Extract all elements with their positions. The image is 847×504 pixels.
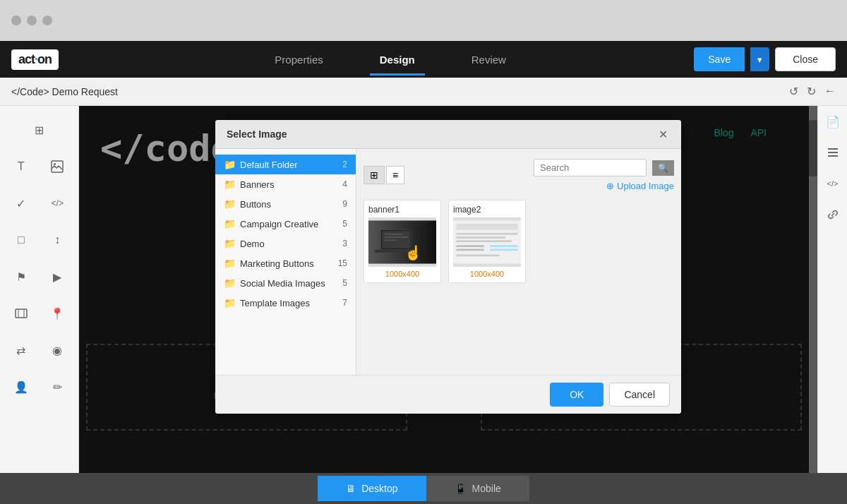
chrome-dot-green	[42, 16, 52, 25]
search-input[interactable]	[534, 159, 647, 176]
image-sidebar-icon[interactable]	[44, 154, 70, 179]
top-nav: act·on Properties Design Review Save ▾ C…	[0, 41, 847, 78]
svg-point-1	[54, 163, 56, 165]
sidebar-row-7: ⇄ ◉	[0, 332, 78, 368]
folder-banners[interactable]: 📁 Banners 4	[215, 174, 356, 194]
person-icon[interactable]: 👤	[8, 374, 34, 400]
edit-icon[interactable]: ✏	[44, 374, 70, 400]
view-toggle: ⊞ ≡	[364, 166, 404, 184]
folder-marketing[interactable]: 📁 Marketing Buttons 15	[215, 253, 356, 273]
breadcrumb-bar: </Code> Demo Request ↺ ↻ ←	[0, 78, 847, 106]
content-area: </code> Blog API ⬇ Drop Blocks Here ⬇ Dr…	[79, 106, 817, 473]
folder-default-count: 2	[342, 160, 347, 169]
svg-rect-13	[456, 224, 517, 230]
image-item-image2[interactable]: image2	[448, 200, 526, 283]
search-button[interactable]: 🔍	[652, 160, 674, 176]
svg-rect-23	[828, 152, 838, 153]
mobile-view-button[interactable]: 📱 Mobile	[426, 476, 529, 501]
image-item-banner1[interactable]: banner1	[364, 200, 441, 283]
save-dropdown-button[interactable]: ▾	[750, 47, 769, 71]
desktop-view-button[interactable]: 🖥 Desktop	[318, 476, 426, 501]
checkbox-icon[interactable]: ✓	[8, 191, 34, 216]
folder-template[interactable]: 📁 Template Images 7	[215, 293, 356, 313]
left-sidebar: ⊞ T ✓ </> □ ↕ ⚑ ▶ 📍 ⇄ ◉	[0, 106, 79, 473]
image-grid: banner1	[364, 200, 674, 283]
sidebar-row-4: □ ↕	[0, 222, 78, 258]
save-button[interactable]: Save	[694, 47, 745, 71]
folder-campaign[interactable]: 📁 Campaign Creative 5	[215, 214, 356, 234]
svg-rect-16	[456, 240, 512, 242]
tab-properties[interactable]: Properties	[246, 44, 351, 76]
back-icon[interactable]: ←	[824, 85, 836, 98]
folder-default-label: Default Folder	[240, 160, 298, 170]
sidebar-row-8: 👤 ✏	[0, 368, 78, 405]
tab-review[interactable]: Review	[443, 44, 534, 76]
folder-demo-icon: 📁	[224, 238, 236, 249]
folder-buttons-count: 9	[342, 199, 347, 209]
modal-footer: OK Cancel	[215, 375, 681, 414]
modal-toolbar: ⊞ ≡ 🔍 ⊕ Upload Image	[364, 156, 674, 194]
desktop-icon: 🖥	[346, 483, 356, 494]
modal-body: 📁 Default Folder 2 📁 Banners 4 📁 Buttons	[215, 149, 681, 375]
svg-rect-24	[828, 155, 838, 157]
right-sidebar: 📄 </>	[817, 106, 847, 473]
folder-campaign-label: Campaign Creative	[240, 219, 318, 229]
folder-template-count: 7	[342, 298, 347, 308]
folder-demo[interactable]: 📁 Demo 3	[215, 234, 356, 253]
folder-default-icon: 📁	[224, 159, 236, 170]
page-properties-icon[interactable]: 📄	[823, 112, 843, 131]
block-icon[interactable]: □	[8, 227, 34, 253]
move-icon[interactable]: ↕	[44, 227, 70, 253]
rss-icon[interactable]: ◉	[44, 337, 70, 363]
folder-buttons-label: Buttons	[240, 199, 271, 210]
svg-rect-15	[456, 236, 505, 239]
close-button[interactable]: Close	[775, 47, 836, 71]
breadcrumb-actions: ↺ ↻ ←	[789, 85, 836, 98]
folder-social-label: Social Media Images	[240, 278, 325, 289]
folder-marketing-count: 15	[338, 258, 347, 268]
sidebar-row-6: 📍	[0, 295, 78, 332]
list-view-button[interactable]: ≡	[386, 166, 404, 184]
folder-banners-label: Banners	[240, 179, 274, 190]
video-icon[interactable]: ▶	[44, 264, 70, 289]
layout-icon[interactable]: ⊞	[27, 117, 52, 143]
svg-rect-20	[490, 249, 517, 251]
link-manager-icon[interactable]	[823, 205, 843, 224]
folder-banners-icon: 📁	[224, 179, 236, 190]
sidebar-row-2: T	[0, 148, 78, 185]
nav-tabs: Properties Design Review	[87, 44, 694, 76]
folder-buttons[interactable]: 📁 Buttons 9	[215, 194, 356, 214]
chrome-dot-yellow	[27, 16, 37, 25]
text-icon[interactable]: T	[8, 154, 34, 179]
search-area: 🔍	[534, 159, 674, 176]
image-size-banner1: 1000x400	[368, 270, 436, 278]
styles-icon[interactable]	[823, 143, 843, 162]
svg-rect-2	[16, 309, 27, 318]
pin-icon[interactable]: 📍	[44, 301, 70, 326]
window-chrome	[0, 0, 847, 41]
code-view-icon[interactable]: </>	[823, 174, 843, 193]
undo-icon[interactable]: ↺	[789, 85, 798, 98]
share-icon[interactable]: ⇄	[8, 337, 34, 363]
image-thumbnail-banner1: ☝	[368, 217, 436, 267]
folder-campaign-count: 5	[342, 219, 347, 229]
grid-view-button[interactable]: ⊞	[364, 166, 385, 184]
film-icon[interactable]	[8, 301, 34, 326]
modal-cancel-button[interactable]: Cancel	[609, 383, 670, 407]
folder-social[interactable]: 📁 Social Media Images 5	[215, 273, 356, 293]
folder-social-icon: 📁	[224, 277, 236, 289]
mobile-label: Mobile	[472, 483, 501, 494]
modal-close-button[interactable]: ✕	[656, 127, 670, 141]
upload-image-link[interactable]: ⊕ Upload Image	[606, 181, 674, 191]
image-name-image2: image2	[453, 205, 521, 215]
select-image-modal: Select Image ✕ 📁 Default Folder 2 📁	[215, 120, 681, 414]
modal-ok-button[interactable]: OK	[550, 383, 603, 407]
flag-icon[interactable]: ⚑	[8, 264, 34, 289]
mobile-icon: 📱	[455, 483, 467, 494]
upload-icon: ⊕	[606, 181, 614, 191]
tab-design[interactable]: Design	[352, 44, 443, 76]
svg-rect-14	[456, 233, 517, 235]
redo-icon[interactable]: ↻	[807, 85, 816, 98]
code-sidebar-icon[interactable]: </>	[44, 191, 70, 216]
folder-default[interactable]: 📁 Default Folder 2	[215, 155, 356, 174]
